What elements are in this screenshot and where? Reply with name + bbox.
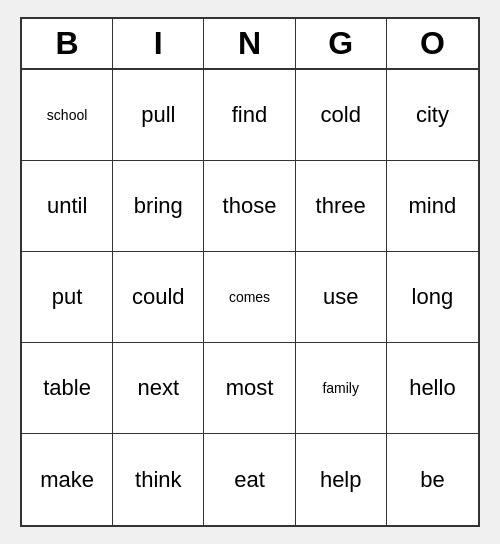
- bingo-cell-r2-c1: until: [22, 161, 113, 252]
- header-letter-i: I: [113, 19, 204, 68]
- bingo-grid: schoolpullfindcoldcityuntilbringthosethr…: [22, 70, 478, 525]
- bingo-cell-r2-c2: bring: [113, 161, 204, 252]
- bingo-cell-r4-c5: hello: [387, 343, 478, 434]
- bingo-cell-r3-c3: comes: [204, 252, 295, 343]
- bingo-cell-r5-c1: make: [22, 434, 113, 525]
- bingo-cell-r4-c1: table: [22, 343, 113, 434]
- bingo-cell-r2-c3: those: [204, 161, 295, 252]
- bingo-cell-r5-c3: eat: [204, 434, 295, 525]
- bingo-cell-r5-c5: be: [387, 434, 478, 525]
- bingo-cell-r5-c2: think: [113, 434, 204, 525]
- bingo-cell-r3-c2: could: [113, 252, 204, 343]
- bingo-card: BINGO schoolpullfindcoldcityuntilbringth…: [20, 17, 480, 527]
- bingo-cell-r2-c4: three: [296, 161, 387, 252]
- bingo-cell-r3-c5: long: [387, 252, 478, 343]
- bingo-cell-r2-c5: mind: [387, 161, 478, 252]
- bingo-cell-r4-c3: most: [204, 343, 295, 434]
- bingo-cell-r1-c2: pull: [113, 70, 204, 161]
- header-letter-b: B: [22, 19, 113, 68]
- bingo-header: BINGO: [22, 19, 478, 70]
- bingo-cell-r1-c3: find: [204, 70, 295, 161]
- bingo-cell-r4-c4: family: [296, 343, 387, 434]
- bingo-cell-r3-c1: put: [22, 252, 113, 343]
- bingo-cell-r4-c2: next: [113, 343, 204, 434]
- header-letter-o: O: [387, 19, 478, 68]
- bingo-cell-r5-c4: help: [296, 434, 387, 525]
- bingo-cell-r3-c4: use: [296, 252, 387, 343]
- bingo-cell-r1-c5: city: [387, 70, 478, 161]
- header-letter-n: N: [204, 19, 295, 68]
- header-letter-g: G: [296, 19, 387, 68]
- bingo-cell-r1-c4: cold: [296, 70, 387, 161]
- bingo-cell-r1-c1: school: [22, 70, 113, 161]
